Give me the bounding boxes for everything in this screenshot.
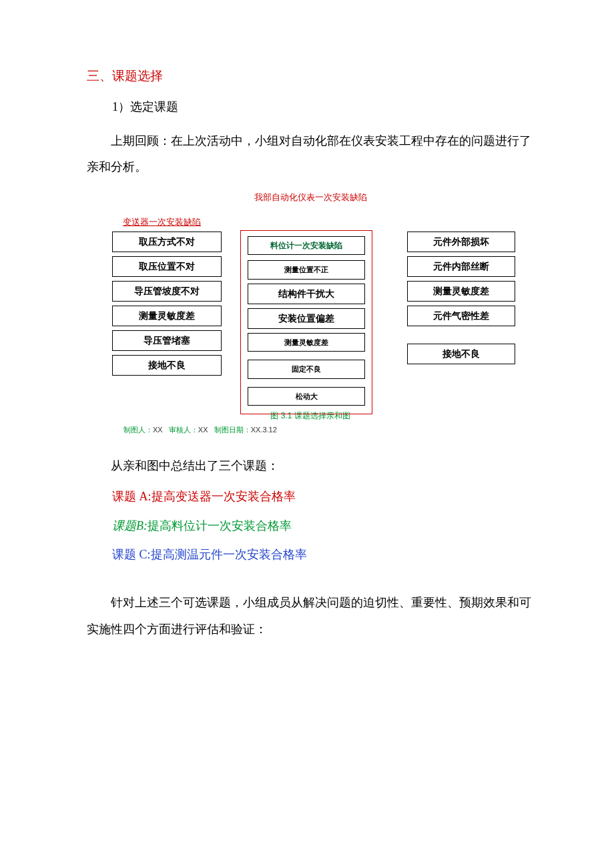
col2-groupbox: 料位计一次安装缺陷 测量位置不正 结构件干扰大 安装位置偏差 测量灵敏度差 固定… xyxy=(240,230,372,414)
topics-list: 课题 A:提高变送器一次安装合格率 课题B:提高料位计一次安装合格率 课题 C:… xyxy=(112,483,534,568)
topic-a: 课题 A:提高变送器一次安装合格率 xyxy=(112,483,534,510)
col1-item: 导压管堵塞 xyxy=(112,330,222,351)
col1-item: 取压位置不对 xyxy=(112,256,222,277)
col2-item: 固定不良 xyxy=(248,360,365,379)
col1-header: 变送器一次安装缺陷 xyxy=(123,215,201,229)
col3-item: 元件内部丝断 xyxy=(407,256,515,277)
diagram-col-1: 变送器一次安装缺陷 取压方式不对 取压位置不对 导压管坡度不对 测量灵敏度差 导… xyxy=(108,215,222,380)
diagram-credit: 制图人：XX 审核人：XX 制图日期：XX.3.12 xyxy=(123,424,534,436)
credit-label: 制图人： xyxy=(123,426,153,434)
topic-c: 课题 C:提高测温元件一次安装合格率 xyxy=(112,541,534,568)
paragraph-review: 上期回顾：在上次活动中，小组对自动化部在仪表安装工程中存在的问题进行了亲和分析。 xyxy=(87,128,534,181)
diagram-col-3: 元件外部损坏 元件内部丝断 测量灵敏度差 元件气密性差 接地不良 xyxy=(395,215,515,368)
topic-a-label: 课题 A: xyxy=(112,490,151,503)
credit-value: XX xyxy=(198,426,208,434)
col2-item: 松动大 xyxy=(248,387,365,406)
col2-header: 料位计一次安装缺陷 xyxy=(248,236,365,255)
affinity-diagram: 变送器一次安装缺陷 取压方式不对 取压位置不对 导压管坡度不对 测量灵敏度差 导… xyxy=(108,215,534,406)
credit-value: XX.3.12 xyxy=(251,426,277,434)
col2-item: 结构件干扰大 xyxy=(248,284,365,304)
topic-c-label: 课题 C: xyxy=(112,548,151,561)
col1-item: 取压方式不对 xyxy=(112,232,222,252)
diagram-col-2: 料位计一次安装缺陷 测量位置不正 结构件干扰大 安装位置偏差 测量灵敏度差 固定… xyxy=(240,215,372,414)
col3-item: 测量灵敏度差 xyxy=(407,281,515,302)
topic-b-text: 提高料位计一次安装合格率 xyxy=(147,519,292,532)
subsection-label: 1）选定课题 xyxy=(112,98,534,116)
evaluation-paragraph: 针对上述三个可选课题，小组成员从解决问题的迫切性、重要性、预期效果和可实施性四个… xyxy=(87,590,534,642)
topic-a-text: 提高变送器一次安装合格率 xyxy=(151,490,296,503)
col2-item: 安装位置偏差 xyxy=(248,308,365,329)
col2-item: 测量位置不正 xyxy=(248,260,365,280)
credit-label: 审核人： xyxy=(169,426,198,434)
topic-b-label: 课题B: xyxy=(112,519,147,532)
col3-item: 元件外部损坏 xyxy=(407,232,515,252)
col3-item: 接地不良 xyxy=(407,344,515,364)
diagram-title: 我部自动化仪表一次安装缺陷 xyxy=(87,191,534,204)
credit-value: XX xyxy=(153,426,163,434)
topic-b: 课题B:提高料位计一次安装合格率 xyxy=(112,512,534,540)
col1-item: 接地不良 xyxy=(112,355,222,376)
credit-label: 制图日期： xyxy=(214,426,251,434)
section-heading: 三、课题选择 xyxy=(87,67,534,86)
summary-line: 从亲和图中总结出了三个课题： xyxy=(87,453,534,480)
col3-item: 元件气密性差 xyxy=(407,306,515,326)
col1-item: 测量灵敏度差 xyxy=(112,306,222,326)
topic-c-text: 提高测温元件一次安装合格率 xyxy=(151,548,307,561)
col1-item: 导压管坡度不对 xyxy=(112,281,222,302)
col2-item: 测量灵敏度差 xyxy=(248,333,365,352)
